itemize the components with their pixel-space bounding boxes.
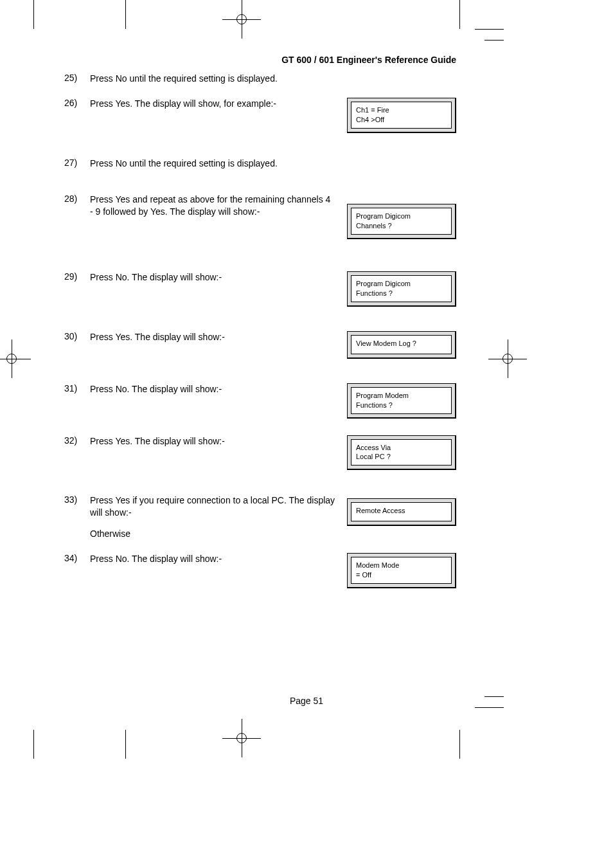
step-text-main: Press Yes if you require connection to a… bbox=[90, 495, 335, 518]
step-number: 31) bbox=[64, 383, 90, 393]
step-text: Press Yes if you require connection to a… bbox=[90, 494, 347, 540]
step-text: Press No until the required setting is d… bbox=[90, 158, 347, 170]
lcd-line-1: Modem Mode bbox=[356, 561, 399, 569]
lcd-line-2: Local PC ? bbox=[356, 452, 447, 462]
step-text: Press Yes. The display will show, for ex… bbox=[90, 98, 347, 110]
lcd-display: View Modem Log ? bbox=[347, 331, 456, 359]
step-text: Press No. The display will show:- bbox=[90, 271, 347, 284]
crop-mark bbox=[459, 730, 460, 759]
step-row: 30) Press Yes. The display will show:- V… bbox=[64, 331, 456, 359]
lcd-display: Program Digicom Functions ? bbox=[347, 271, 456, 307]
crop-mark bbox=[475, 707, 504, 708]
lcd-display: Program Modem Functions ? bbox=[347, 383, 456, 419]
step-text: Press No. The display will show:- bbox=[90, 383, 347, 395]
crop-mark bbox=[33, 730, 34, 759]
step-row: 34) Press No. The display will show:- Mo… bbox=[64, 553, 456, 588]
page-number: Page 51 bbox=[0, 696, 613, 706]
step-text-otherwise: Otherwise bbox=[90, 528, 335, 540]
lcd-screen: Program Digicom Functions ? bbox=[351, 275, 452, 302]
lcd-line-2: = Off bbox=[356, 570, 447, 580]
step-row: 31) Press No. The display will show:- Pr… bbox=[64, 383, 456, 419]
lcd-screen: Access Via Local PC ? bbox=[351, 439, 452, 466]
lcd-display: Ch1 = Fire Ch4 >Off bbox=[347, 98, 456, 133]
step-row: 33) Press Yes if you require connection … bbox=[64, 494, 456, 540]
page-sheet: GT 600 / 601 Engineer's Reference Guide … bbox=[0, 0, 613, 868]
crop-mark bbox=[33, 0, 34, 29]
step-number: 34) bbox=[64, 553, 90, 563]
lcd-line-1: Program Digicom bbox=[356, 212, 411, 220]
step-number: 33) bbox=[64, 494, 90, 505]
step-text: Press No until the required setting is d… bbox=[90, 73, 347, 85]
lcd-display: Access Via Local PC ? bbox=[347, 435, 456, 471]
step-number: 25) bbox=[64, 73, 90, 83]
lcd-line-2: Channels ? bbox=[356, 221, 447, 231]
lcd-line-1: Program Modem bbox=[356, 392, 409, 399]
registration-mark-icon bbox=[222, 0, 261, 39]
step-row: 25) Press No until the required setting … bbox=[64, 73, 456, 85]
step-text: Press No. The display will show:- bbox=[90, 553, 347, 565]
step-row: 28) Press Yes and repeat as above for th… bbox=[64, 194, 456, 239]
crop-mark bbox=[459, 0, 460, 29]
registration-mark-icon bbox=[222, 719, 261, 757]
lcd-line-2: Functions ? bbox=[356, 401, 447, 410]
step-number: 29) bbox=[64, 271, 90, 282]
crop-mark bbox=[125, 730, 126, 759]
registration-mark-icon bbox=[488, 339, 527, 378]
step-number: 27) bbox=[64, 158, 90, 168]
page-content: GT 600 / 601 Engineer's Reference Guide … bbox=[64, 55, 456, 601]
lcd-screen: Remote Access bbox=[351, 502, 452, 521]
lcd-line-2: Ch4 >Off bbox=[356, 115, 447, 125]
step-row: 26) Press Yes. The display will show, fo… bbox=[64, 98, 456, 133]
step-text: Press Yes and repeat as above for the re… bbox=[90, 194, 347, 218]
step-number: 26) bbox=[64, 98, 90, 108]
lcd-screen: Ch1 = Fire Ch4 >Off bbox=[351, 102, 452, 129]
lcd-screen: View Modem Log ? bbox=[351, 335, 452, 354]
crop-mark bbox=[484, 40, 504, 41]
step-text: Press Yes. The display will show:- bbox=[90, 435, 347, 448]
lcd-line-2: Functions ? bbox=[356, 289, 447, 298]
lcd-display: Program Digicom Channels ? bbox=[347, 204, 456, 239]
lcd-line-1: Access Via bbox=[356, 444, 391, 451]
lcd-screen: Program Modem Functions ? bbox=[351, 387, 452, 414]
step-row: 27) Press No until the required setting … bbox=[64, 158, 456, 170]
lcd-screen: Program Digicom Channels ? bbox=[351, 208, 452, 235]
crop-mark bbox=[475, 29, 504, 30]
lcd-line-1: Program Digicom bbox=[356, 280, 411, 287]
lcd-line-1: View Modem Log ? bbox=[356, 339, 416, 347]
step-number: 30) bbox=[64, 331, 90, 341]
lcd-display: Remote Access bbox=[347, 498, 456, 526]
registration-mark-icon bbox=[0, 339, 31, 378]
step-number: 28) bbox=[64, 194, 90, 204]
lcd-screen: Modem Mode = Off bbox=[351, 557, 452, 584]
lcd-line-1: Ch1 = Fire bbox=[356, 106, 389, 114]
step-text: Press Yes. The display will show:- bbox=[90, 331, 347, 343]
step-row: 32) Press Yes. The display will show:- A… bbox=[64, 435, 456, 471]
crop-mark bbox=[125, 0, 126, 29]
step-number: 32) bbox=[64, 435, 90, 446]
step-row: 29) Press No. The display will show:- Pr… bbox=[64, 271, 456, 307]
lcd-line-1: Remote Access bbox=[356, 507, 405, 514]
page-title: GT 600 / 601 Engineer's Reference Guide bbox=[64, 55, 456, 65]
lcd-display: Modem Mode = Off bbox=[347, 553, 456, 588]
